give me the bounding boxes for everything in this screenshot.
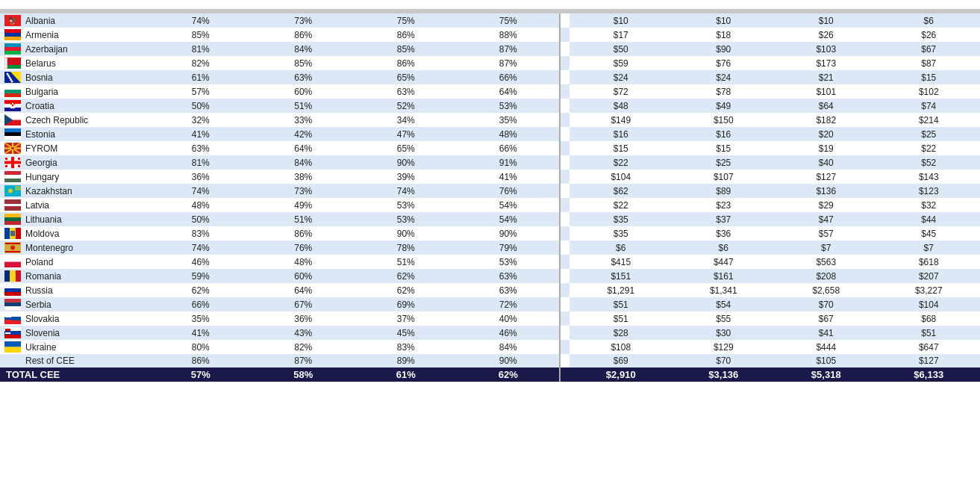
rate-2011: 90% [458, 226, 561, 241]
value-2011: $104 [878, 297, 981, 311]
data-table: 🦅 Albania 74% 73% 75% 75% $10 $10 $10 $6… [0, 0, 980, 382]
total-rate-2013: 61% [355, 368, 458, 382]
total-rate-2017: 57% [149, 368, 252, 382]
svg-rect-98 [5, 331, 10, 332]
table-row: Montenegro 74% 76% 78% 79% $6 $6 $7 $7 [0, 241, 980, 255]
svg-rect-92 [5, 320, 11, 322]
rate-2015: 76% [252, 241, 355, 255]
rate-2017: 48% [149, 198, 252, 212]
svg-text:🦅: 🦅 [8, 16, 18, 25]
rate-2011: 76% [458, 184, 561, 198]
value-2015: $24 [672, 70, 775, 84]
value-2017: $62 [569, 184, 672, 198]
value-2011: $15 [878, 70, 981, 84]
country-name: Ukraine [25, 342, 56, 353]
svg-rect-69 [10, 231, 15, 236]
country-name: Romania [25, 271, 61, 282]
country-name: Montenegro [25, 243, 73, 253]
value-2015: $10 [672, 13, 775, 28]
value-2013: $47 [775, 212, 878, 226]
svg-point-74 [10, 246, 15, 250]
svg-rect-28 [13, 103, 15, 105]
value-2015: $36 [672, 226, 775, 241]
rate-2013: 74% [355, 184, 458, 198]
total-value-2015: $3,136 [672, 368, 775, 382]
country-name-cell: Lithuania [0, 212, 149, 226]
rest-value-2015: $70 [672, 354, 775, 368]
rate-2011: 53% [458, 99, 561, 113]
rate-2015: 60% [252, 269, 355, 283]
value-2017: $415 [569, 255, 672, 269]
svg-rect-100 [4, 341, 21, 347]
svg-rect-31 [13, 105, 15, 106]
rate-2013: 52% [355, 99, 458, 113]
country-flag [4, 199, 21, 211]
rate-2011: 91% [458, 155, 561, 170]
country-name: Bulgaria [25, 87, 58, 97]
table-row: Ukraine 80% 82% 83% 84% $108 $129 $444 $… [0, 340, 980, 354]
rate-2015: 67% [252, 297, 355, 311]
country-name: Russia [25, 285, 53, 296]
value-2013: $67 [775, 311, 878, 326]
value-2013: $2,658 [775, 283, 878, 297]
total-rate-2011: 62% [458, 368, 561, 382]
value-2011: $26 [878, 28, 981, 42]
value-2011: $44 [878, 212, 981, 226]
rest-value-2013: $105 [775, 354, 878, 368]
value-2013: $41 [775, 326, 878, 340]
svg-rect-4 [4, 37, 21, 40]
svg-rect-76 [4, 262, 21, 268]
country-flag [4, 157, 21, 168]
svg-point-15 [7, 75, 10, 77]
rate-2017: 36% [149, 170, 252, 184]
table-row: Czech Republic 32% 33% 34% 35% $149 $150… [0, 113, 980, 127]
value-2013: $563 [775, 255, 878, 269]
value-2011: $214 [878, 113, 981, 127]
value-2017: $1,291 [569, 283, 672, 297]
country-name-cell: Belarus [0, 56, 149, 70]
country-name-cell: Czech Republic [0, 113, 149, 127]
rate-2015: 85% [252, 56, 355, 70]
svg-rect-54 [4, 179, 21, 182]
table-row: Estonia 41% 42% 47% 48% $16 $16 $20 $25 [0, 127, 980, 141]
svg-rect-79 [16, 270, 21, 282]
svg-point-14 [7, 73, 9, 75]
value-2013: $444 [775, 340, 878, 354]
table-row: Armenia 85% 86% 86% 88% $17 $18 $26 $26 [0, 28, 980, 42]
rate-2017: 81% [149, 42, 252, 56]
value-2015: $150 [672, 113, 775, 127]
country-flag [4, 341, 21, 353]
svg-rect-64 [4, 217, 21, 221]
value-2017: $48 [569, 99, 672, 113]
rate-2017: 41% [149, 326, 252, 340]
svg-rect-65 [4, 221, 21, 225]
value-2011: $52 [878, 155, 981, 170]
rate-2015: 51% [252, 212, 355, 226]
rest-rate-2011: 90% [458, 354, 561, 368]
svg-rect-6 [4, 47, 21, 51]
rate-2011: 88% [458, 28, 561, 42]
svg-rect-95 [4, 335, 21, 338]
svg-rect-97 [5, 329, 10, 331]
country-flag [4, 29, 21, 40]
value-2015: $1,341 [672, 283, 775, 297]
value-2011: $68 [878, 311, 981, 326]
rate-2011: 87% [458, 56, 561, 70]
rate-2013: 78% [355, 241, 458, 255]
country-name: Slovenia [25, 328, 60, 338]
rate-2015: 86% [252, 28, 355, 42]
value-2017: $10 [569, 13, 672, 28]
country-name: Belarus [25, 58, 56, 69]
svg-rect-20 [4, 90, 21, 93]
value-2015: $78 [672, 84, 775, 99]
total-value-2011: $6,133 [878, 368, 981, 382]
country-name-cell: Kazakhstan [0, 184, 149, 198]
value-2015: $90 [672, 42, 775, 56]
rate-2013: 86% [355, 28, 458, 42]
svg-rect-83 [4, 299, 21, 303]
value-2017: $59 [569, 56, 672, 70]
value-2011: $87 [878, 56, 981, 70]
rate-2017: 81% [149, 155, 252, 170]
rate-2013: 47% [355, 127, 458, 141]
svg-rect-66 [4, 228, 10, 239]
